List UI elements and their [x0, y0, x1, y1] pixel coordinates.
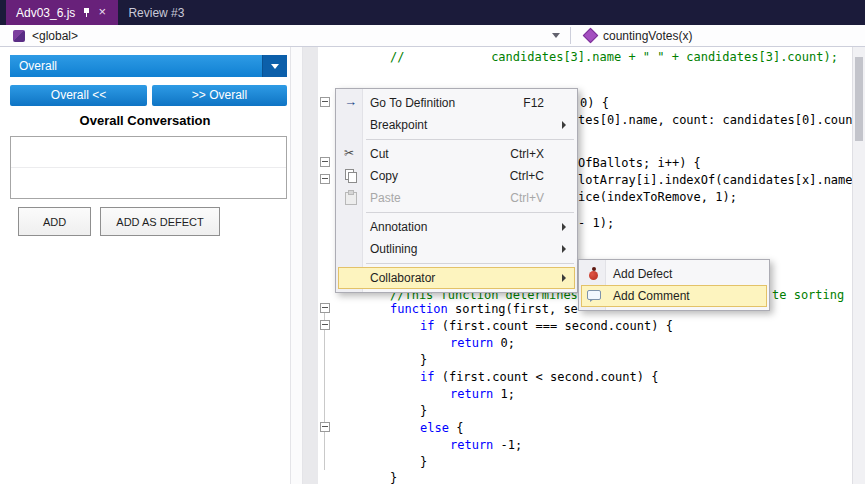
menu-label: Collaborator	[363, 271, 435, 285]
input-inner-divider	[11, 167, 286, 168]
tab-title: Adv03_6.js	[16, 6, 75, 20]
collaborator-submenu: Add Defect Add Comment	[578, 259, 770, 311]
code-line[interactable]: 0) {	[580, 96, 609, 110]
menu-shortcut: Ctrl+V	[510, 191, 558, 205]
code-line[interactable]: if (first.count === second.count) {	[420, 319, 673, 333]
code-line[interactable]: return -1;	[450, 438, 522, 452]
code-line[interactable]: function sorting(first, se	[390, 302, 578, 316]
chevron-down-icon[interactable]	[262, 55, 287, 77]
conversation-comment-input[interactable]	[10, 136, 287, 199]
clipboard-icon	[339, 188, 363, 208]
submenu-arrow-icon	[562, 223, 566, 231]
empty-icon	[339, 268, 363, 288]
submenu-arrow-icon	[562, 245, 566, 253]
copy-icon	[339, 166, 363, 186]
code-line[interactable]: }	[420, 404, 427, 418]
menu-label: Add Defect	[606, 267, 672, 281]
add-button[interactable]: ADD	[18, 207, 91, 236]
bug-icon	[582, 264, 606, 284]
chevron-down-icon[interactable]	[552, 33, 560, 38]
member-dropdown[interactable]: countingVotes(x)	[571, 25, 865, 46]
code-line[interactable]: OfBallots; i++) {	[578, 156, 701, 170]
menu-separator	[366, 139, 574, 140]
menu-label: Copy	[363, 169, 398, 183]
code-line[interactable]: }	[390, 471, 397, 484]
comment-bubble-icon	[582, 286, 606, 306]
menu-item-copy[interactable]: Copy Ctrl+C	[338, 165, 575, 187]
code-line[interactable]: else {	[420, 421, 463, 435]
menu-item-add-comment[interactable]: Add Comment	[581, 285, 767, 307]
menu-item-collaborator[interactable]: Collaborator	[338, 267, 575, 289]
code-line[interactable]: }	[420, 353, 427, 367]
menu-label: Annotation	[363, 220, 427, 234]
menu-separator	[366, 263, 574, 264]
code-line[interactable]: return 0;	[450, 336, 515, 350]
code-line[interactable]: }	[420, 455, 427, 469]
code-line[interactable]: return 1;	[450, 387, 515, 401]
code-line[interactable]: // candidates[3].name + " " + candidates…	[390, 50, 838, 64]
empty-icon	[339, 115, 363, 135]
menu-shortcut: Ctrl+C	[510, 169, 558, 183]
review-scope-dropdown[interactable]: Overall	[10, 55, 287, 77]
menu-shortcut: Ctrl+X	[510, 147, 558, 161]
collaborator-panel: Overall Overall << >> Overall Overall Co…	[0, 47, 290, 484]
empty-icon	[339, 217, 363, 237]
tab-title: Review #3	[128, 6, 184, 20]
menu-label: Breakpoint	[363, 118, 427, 132]
triangle-down-icon	[271, 64, 279, 69]
scrollbar-thumb[interactable]	[855, 57, 863, 141]
go-to-definition-icon	[339, 93, 363, 113]
editor-vertical-scrollbar[interactable]	[852, 47, 865, 484]
overall-next-button[interactable]: >> Overall	[152, 85, 287, 106]
code-line[interactable]: te sorting	[772, 288, 844, 302]
menu-item-paste[interactable]: Paste Ctrl+V	[338, 187, 575, 209]
global-scope-icon	[13, 30, 25, 42]
menu-item-add-defect[interactable]: Add Defect	[581, 263, 767, 285]
menu-shortcut: F12	[523, 96, 558, 110]
menu-label: Cut	[363, 147, 389, 161]
add-as-defect-button[interactable]: ADD AS DEFECT	[100, 207, 220, 236]
member-label: countingVotes(x)	[603, 29, 692, 43]
review-scope-label: Overall	[10, 55, 262, 77]
scissors-icon	[339, 144, 363, 164]
method-icon	[583, 28, 599, 44]
menu-label: Add Comment	[606, 289, 690, 303]
submenu-arrow-icon	[562, 274, 566, 282]
code-line[interactable]: tes[0].name, count: candidates[0].count …	[578, 113, 852, 127]
pin-icon[interactable]	[82, 7, 91, 19]
panel-scrollbar[interactable]	[290, 47, 303, 484]
submenu-arrow-icon	[562, 121, 566, 129]
tab-adv03-6-js[interactable]: Adv03_6.js	[6, 0, 118, 25]
navigation-bar: <global> countingVotes(x)	[0, 25, 865, 47]
scope-label: <global>	[32, 29, 78, 43]
scope-dropdown[interactable]: <global>	[0, 25, 570, 46]
menu-label: Outlining	[363, 242, 417, 256]
overall-prev-button[interactable]: Overall <<	[10, 85, 147, 106]
menu-item-breakpoint[interactable]: Breakpoint	[338, 114, 575, 136]
code-line[interactable]: if (first.count < second.count) {	[420, 370, 658, 384]
menu-item-annotation[interactable]: Annotation	[338, 216, 575, 238]
editor-context-menu: Go To Definition F12 Breakpoint Cut Ctrl…	[335, 88, 578, 293]
code-line[interactable]: - 1);	[578, 216, 614, 230]
menu-item-outlining[interactable]: Outlining	[338, 238, 575, 260]
code-line[interactable]: lotArray[i].indexOf(candidates[x].name);	[578, 173, 852, 187]
empty-icon	[339, 239, 363, 259]
document-tab-bar: Adv03_6.js Review #3	[0, 0, 865, 25]
menu-label: Paste	[363, 191, 401, 205]
menu-item-go-to-definition[interactable]: Go To Definition F12	[338, 92, 575, 114]
close-icon[interactable]	[98, 6, 108, 20]
code-line[interactable]: ice(indexToRemove, 1);	[578, 190, 737, 204]
conversation-title: Overall Conversation	[0, 113, 290, 128]
menu-label: Go To Definition	[363, 96, 455, 110]
menu-item-cut[interactable]: Cut Ctrl+X	[338, 143, 575, 165]
menu-separator	[366, 212, 574, 213]
tab-review-3[interactable]: Review #3	[118, 0, 194, 25]
vs-window: Adv03_6.js Review #3 <global> countingVo…	[0, 0, 865, 484]
